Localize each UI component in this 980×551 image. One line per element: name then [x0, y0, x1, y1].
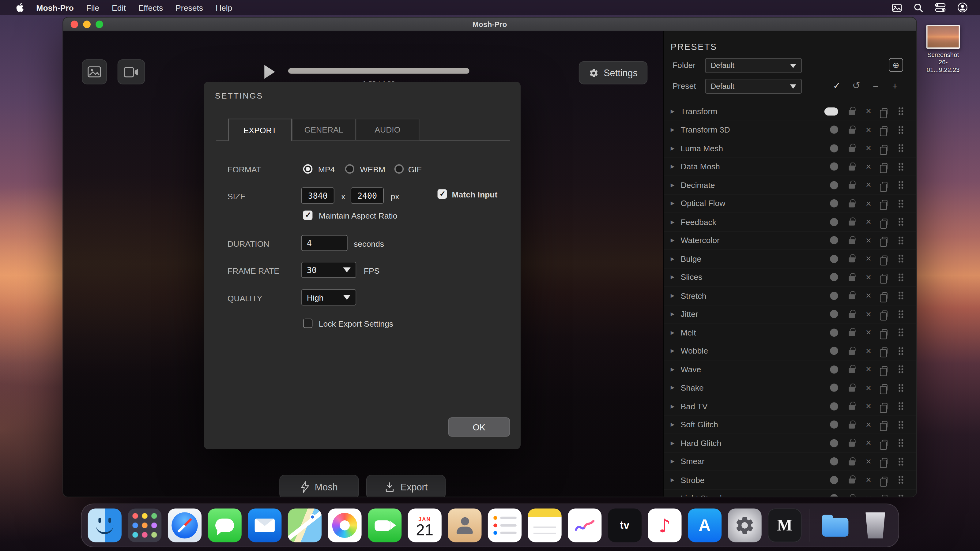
expand-triangle-icon[interactable]: ▶: [671, 145, 677, 151]
effect-row[interactable]: ▶ Luma Mesh ×: [663, 139, 917, 158]
zoom-window-button[interactable]: [95, 21, 103, 28]
video-mode-button[interactable]: [118, 59, 145, 84]
duplicate-icon[interactable]: [882, 181, 888, 188]
preset-enabled-toggle[interactable]: [830, 329, 838, 337]
duplicate-icon[interactable]: [882, 495, 888, 497]
effect-row[interactable]: ▶ Wave ×: [663, 360, 917, 379]
effect-row[interactable]: ▶ Slices ×: [663, 268, 917, 287]
remove-icon[interactable]: ×: [866, 199, 871, 208]
dock-icon-mail[interactable]: [248, 508, 282, 542]
lock-icon[interactable]: [849, 165, 855, 170]
menu-item-presets[interactable]: Presets: [169, 3, 210, 12]
remove-icon[interactable]: ×: [866, 439, 871, 448]
preset-enabled-toggle[interactable]: [830, 273, 838, 281]
remove-icon[interactable]: ×: [866, 107, 871, 116]
drag-handle-icon[interactable]: [898, 494, 904, 497]
expand-triangle-icon[interactable]: ▶: [671, 164, 677, 169]
settings-button[interactable]: Settings: [579, 61, 648, 84]
drag-handle-icon[interactable]: [898, 420, 904, 429]
preset-enabled-toggle[interactable]: [830, 457, 838, 465]
dock-icon-photos[interactable]: [328, 508, 361, 542]
menu-app-name[interactable]: Mosh-Pro: [30, 3, 80, 12]
search-icon[interactable]: [914, 3, 923, 12]
preset-enabled-toggle[interactable]: [830, 200, 838, 208]
dock-icon-tv[interactable]: tv: [608, 508, 641, 542]
dock-icon-mosh-pro[interactable]: M: [768, 508, 802, 542]
expand-triangle-icon[interactable]: ▶: [671, 238, 677, 243]
duplicate-icon[interactable]: [882, 476, 888, 483]
duplicate-icon[interactable]: [882, 145, 888, 151]
duration-input[interactable]: [301, 235, 348, 251]
drag-handle-icon[interactable]: [898, 199, 904, 208]
effect-row[interactable]: ▶ Hard Glitch ×: [663, 434, 917, 453]
dock-icon-system-settings[interactable]: [728, 508, 762, 542]
duplicate-icon[interactable]: [882, 163, 888, 170]
remove-icon[interactable]: ×: [866, 494, 871, 497]
duplicate-icon[interactable]: [882, 329, 888, 336]
preset-enabled-toggle[interactable]: [830, 218, 838, 226]
remove-icon[interactable]: ×: [866, 365, 871, 374]
effect-row[interactable]: ▶ Optical Flow ×: [663, 195, 917, 213]
expand-triangle-icon[interactable]: ▶: [671, 109, 677, 114]
dock-icon-notes[interactable]: [528, 508, 562, 542]
new-folder-button[interactable]: ⊕: [889, 58, 903, 72]
lock-export-checkbox[interactable]: [303, 319, 313, 328]
radio-webm[interactable]: [345, 164, 355, 174]
ok-button[interactable]: OK: [448, 417, 510, 437]
drag-handle-icon[interactable]: [898, 310, 904, 319]
drag-handle-icon[interactable]: [898, 162, 904, 171]
duplicate-icon[interactable]: [882, 108, 888, 115]
effect-row[interactable]: ▶ Shake ×: [663, 379, 917, 397]
window-title-bar[interactable]: Mosh-Pro: [63, 17, 916, 31]
drag-handle-icon[interactable]: [898, 254, 904, 263]
lock-icon[interactable]: [849, 387, 855, 392]
duplicate-icon[interactable]: [882, 200, 888, 207]
preset-enabled-toggle[interactable]: [830, 126, 838, 134]
expand-triangle-icon[interactable]: ▶: [671, 385, 677, 391]
preset-enabled-toggle[interactable]: [830, 494, 838, 497]
apply-preset-button[interactable]: ✓: [830, 79, 844, 92]
remove-icon[interactable]: ×: [866, 125, 871, 134]
menu-item-help[interactable]: Help: [209, 3, 238, 12]
dock-icon-contacts[interactable]: [448, 508, 481, 542]
lock-icon[interactable]: [849, 313, 855, 318]
drag-handle-icon[interactable]: [898, 476, 904, 484]
effect-row[interactable]: ▶ Decimate ×: [663, 176, 917, 195]
lock-icon[interactable]: [849, 184, 855, 189]
radio-webm-label[interactable]: WEBM: [360, 165, 385, 175]
remove-icon[interactable]: ×: [866, 457, 871, 466]
lock-icon[interactable]: [849, 460, 855, 465]
effect-row[interactable]: ▶ Stretch ×: [663, 287, 917, 305]
effect-row[interactable]: ▶ Data Mosh ×: [663, 158, 917, 176]
effect-row[interactable]: ▶ Bad TV ×: [663, 397, 917, 416]
dock-icon-finder[interactable]: [88, 508, 122, 542]
remove-icon[interactable]: ×: [866, 254, 871, 263]
tab-export[interactable]: EXPORT: [228, 119, 292, 141]
mosh-button[interactable]: Mosh: [279, 475, 359, 497]
export-button[interactable]: Export: [366, 475, 445, 497]
effect-row[interactable]: ▶ Transform 3D ×: [663, 121, 917, 139]
reset-preset-button[interactable]: ↺: [849, 79, 863, 92]
effect-row[interactable]: ▶ Bulge ×: [663, 250, 917, 268]
preset-enabled-toggle[interactable]: [830, 439, 838, 447]
lock-icon[interactable]: [849, 239, 855, 244]
lock-export-label[interactable]: Lock Export Settings: [319, 319, 393, 329]
preset-enabled-toggle[interactable]: [830, 476, 838, 484]
menu-item-edit[interactable]: Edit: [106, 3, 132, 12]
preset-enabled-toggle[interactable]: [830, 255, 838, 263]
duplicate-icon[interactable]: [882, 384, 888, 391]
remove-icon[interactable]: ×: [866, 291, 871, 300]
drag-handle-icon[interactable]: [898, 125, 904, 134]
maintain-aspect-checkbox[interactable]: [303, 211, 313, 220]
minimize-window-button[interactable]: [83, 21, 90, 28]
effect-row[interactable]: ▶ Feedback ×: [663, 213, 917, 232]
dock-icon-maps[interactable]: [288, 508, 321, 542]
lock-icon[interactable]: [849, 405, 855, 410]
lock-icon[interactable]: [849, 129, 855, 133]
preset-enabled-toggle[interactable]: [830, 236, 838, 245]
effect-row[interactable]: ▶ Strobe ×: [663, 471, 917, 489]
radio-gif-label[interactable]: GIF: [408, 165, 422, 175]
drag-handle-icon[interactable]: [898, 402, 904, 411]
lock-icon[interactable]: [849, 368, 855, 373]
radio-mp4[interactable]: [303, 164, 313, 174]
